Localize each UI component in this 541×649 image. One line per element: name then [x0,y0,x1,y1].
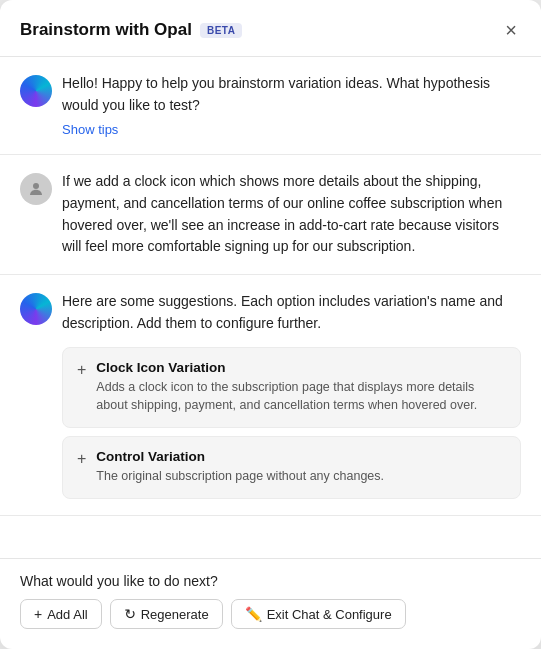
footer-actions: + Add All ↺ Regenerate ✏️ Exit Chat & Co… [20,599,521,629]
svg-point-0 [33,183,39,189]
messages-container: Hello! Happy to help you brainstorm vari… [0,57,541,558]
message-content-intro: Hello! Happy to help you brainstorm vari… [62,73,521,138]
message-opal-intro: Hello! Happy to help you brainstorm vari… [0,57,541,155]
brainstorm-window: Brainstorm with Opal BETA × Hello! Happy… [0,0,541,649]
exit-configure-label: Exit Chat & Configure [267,607,392,622]
suggestion-desc-control: The original subscription page without a… [96,467,384,486]
window-title-group: Brainstorm with Opal BETA [20,20,491,40]
plus-icon-clock: + [77,361,86,379]
edit-icon: ✏️ [245,606,262,622]
message-content-user: If we add a clock icon which shows more … [62,171,521,258]
avatar-user [20,173,52,205]
exit-configure-button[interactable]: ✏️ Exit Chat & Configure [231,599,406,629]
add-all-icon: + [34,606,42,622]
window-title: Brainstorm with Opal [20,20,192,40]
message-user: If we add a clock icon which shows more … [0,155,541,275]
message-text-intro: Hello! Happy to help you brainstorm vari… [62,73,521,116]
beta-badge: BETA [200,23,242,38]
suggestion-desc-clock: Adds a clock icon to the subscription pa… [96,378,506,416]
message-opal-suggestions: Here are some suggestions. Each option i… [0,275,541,516]
show-tips-link[interactable]: Show tips [62,122,118,137]
footer: What would you like to do next? + Add Al… [0,558,541,649]
message-text-user: If we add a clock icon which shows more … [62,171,521,258]
what-next-label: What would you like to do next? [20,573,521,589]
suggestion-card-control[interactable]: + Control Variation The original subscri… [62,436,521,499]
close-button[interactable]: × [501,18,521,42]
window-header: Brainstorm with Opal BETA × [0,0,541,57]
suggestion-body-clock: Clock Icon Variation Adds a clock icon t… [96,360,506,416]
regenerate-button[interactable]: ↺ Regenerate [110,599,223,629]
avatar-opal [20,75,52,107]
message-content-suggestions: Here are some suggestions. Each option i… [62,291,521,499]
avatar-opal-2 [20,293,52,325]
suggestions-list: + Clock Icon Variation Adds a clock icon… [62,347,521,499]
plus-icon-control: + [77,450,86,468]
suggestion-title-control: Control Variation [96,449,384,464]
regenerate-icon: ↺ [124,606,136,622]
message-text-suggestions: Here are some suggestions. Each option i… [62,291,521,334]
add-all-button[interactable]: + Add All [20,599,102,629]
suggestion-card-clock[interactable]: + Clock Icon Variation Adds a clock icon… [62,347,521,429]
suggestion-body-control: Control Variation The original subscript… [96,449,384,486]
add-all-label: Add All [47,607,87,622]
regenerate-label: Regenerate [141,607,209,622]
suggestion-title-clock: Clock Icon Variation [96,360,506,375]
